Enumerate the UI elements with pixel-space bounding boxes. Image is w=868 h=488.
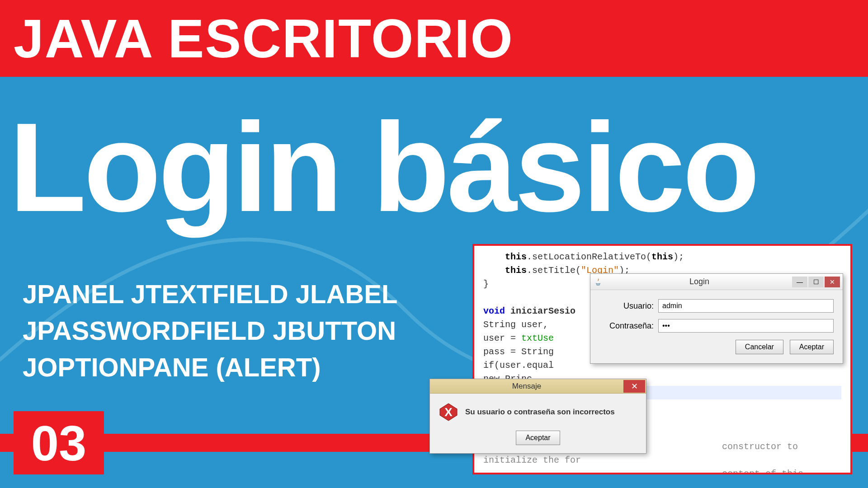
subtitle-block: JPANEL JTEXTFIELD JLABEL JPASSWORDFIELD … bbox=[23, 276, 397, 386]
accept-button[interactable]: Aceptar bbox=[790, 340, 834, 354]
user-label: Usuario: bbox=[599, 301, 654, 311]
error-icon: X bbox=[439, 403, 458, 422]
subtitle-line-2: JPASSWORDFIELD JBUTTON bbox=[23, 312, 397, 349]
subtitle-line-1: JPANEL JTEXTFIELD JLABEL bbox=[23, 276, 397, 312]
minimize-button[interactable]: — bbox=[792, 277, 807, 287]
java-icon bbox=[593, 277, 603, 287]
login-titlebar[interactable]: Login — ☐ ✕ bbox=[590, 274, 843, 290]
subtitle-line-3: JOPTIONPANE (ALERT) bbox=[23, 349, 397, 385]
message-close-button[interactable]: ✕ bbox=[623, 380, 645, 393]
header-title: JAVA ESCRITORIO bbox=[14, 7, 514, 70]
message-dialog: Mensaje ✕ X Su usuario o contraseña son … bbox=[429, 379, 646, 454]
message-titlebar[interactable]: Mensaje ✕ bbox=[430, 379, 646, 394]
password-input[interactable] bbox=[658, 319, 834, 333]
message-accept-button[interactable]: Aceptar bbox=[516, 431, 560, 445]
close-button[interactable]: ✕ bbox=[825, 277, 840, 287]
user-input[interactable] bbox=[658, 299, 834, 313]
svg-text:X: X bbox=[444, 405, 453, 419]
password-label: Contraseña: bbox=[599, 321, 654, 331]
header-band: JAVA ESCRITORIO bbox=[0, 0, 868, 77]
message-text: Su usuario o contraseña son incorrectos bbox=[465, 408, 615, 417]
login-window-title: Login bbox=[607, 277, 792, 286]
maximize-button[interactable]: ☐ bbox=[808, 277, 824, 287]
episode-badge: 03 bbox=[14, 411, 104, 474]
message-title: Mensaje bbox=[430, 382, 623, 391]
main-title: Login básico bbox=[9, 104, 757, 230]
cancel-button[interactable]: Cancelar bbox=[736, 340, 783, 354]
login-window: Login — ☐ ✕ Usuario: Contraseña: Cancela… bbox=[590, 273, 843, 364]
